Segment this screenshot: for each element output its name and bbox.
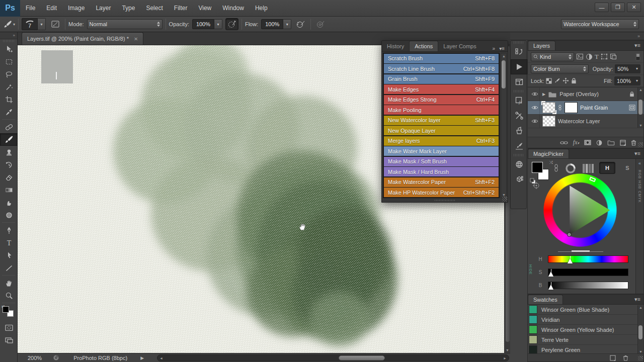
saturation-mode-button[interactable]: S <box>621 162 633 174</box>
minimize-button[interactable]: — <box>595 3 609 12</box>
close-button[interactable]: ✕ <box>627 3 641 12</box>
actions-panel-icon[interactable] <box>511 59 527 74</box>
canvas-horizontal-scrollbar[interactable]: ◄ ► <box>157 354 509 361</box>
tab-history[interactable]: History <box>382 41 409 51</box>
new-swatch-icon[interactable] <box>610 355 616 361</box>
screen-mode-button[interactable] <box>0 334 18 346</box>
wheel-mode-icon[interactable] <box>565 163 576 174</box>
quick-mask-button[interactable] <box>0 321 18 334</box>
action-button[interactable]: Make EdgesShft+F4 <box>384 84 499 94</box>
action-button[interactable]: Grain BrushShft+F9 <box>384 74 499 84</box>
brush-settings-panel-icon[interactable] <box>511 138 527 153</box>
tab-close-icon[interactable]: ✕ <box>134 36 138 42</box>
layer-row-paper[interactable]: ▶ Paper (Overlay) <box>528 87 643 101</box>
rail-mode-label[interactable]: RGB HSB CMYK <box>638 170 641 203</box>
swatch-row[interactable]: Terre Verte <box>528 335 637 345</box>
tab-magicpicker[interactable]: MagicPicker <box>528 149 569 158</box>
airbrush-button[interactable] <box>294 18 307 30</box>
zoom-level[interactable]: 200% <box>28 355 42 361</box>
pressure-size-button[interactable] <box>314 18 327 30</box>
menu-select[interactable]: Select <box>140 0 168 17</box>
color-wheel[interactable] <box>543 173 617 247</box>
toolbar-gripper[interactable] <box>3 40 14 42</box>
lasso-tool[interactable] <box>0 68 18 80</box>
marquee-tool[interactable] <box>0 55 18 68</box>
swap-colors-icon[interactable]: ⤨ <box>549 160 553 165</box>
wheel-size-slider[interactable] <box>558 250 603 252</box>
eraser-tool[interactable] <box>0 171 18 184</box>
visibility-toggle[interactable] <box>530 101 540 114</box>
opacity-dropdown[interactable]: ▾ <box>214 19 222 29</box>
action-button[interactable]: New Watercolor layerShft+F3 <box>384 116 499 125</box>
scroll-up-icon[interactable]: ▲ <box>639 306 642 309</box>
scroll-right-icon[interactable]: ► <box>503 356 507 360</box>
filter-type-icon[interactable]: T <box>595 53 599 61</box>
brightness-slider-marker[interactable] <box>548 285 553 290</box>
lock-transparency-icon[interactable] <box>546 78 552 84</box>
layer-mask-thumbnail[interactable] <box>565 102 578 113</box>
scroll-up-icon[interactable]: ▲ <box>502 54 506 58</box>
crop-tool[interactable] <box>0 93 18 106</box>
layer-opacity-select[interactable]: 50% ▾ <box>615 64 640 73</box>
panel-resize-grip[interactable] <box>502 197 507 202</box>
visibility-toggle[interactable] <box>530 115 540 128</box>
path-selection-tool[interactable] <box>0 249 18 261</box>
brush-preset-dropdown[interactable]: ▾ <box>38 18 46 30</box>
menu-view[interactable]: View <box>193 0 217 17</box>
fill-select[interactable]: 100% ▾ <box>614 76 640 85</box>
filter-kind-select[interactable]: Kind <box>531 52 574 61</box>
filter-image-icon[interactable] <box>576 53 584 60</box>
panel-menu-icon[interactable]: ▾≡ <box>631 41 643 50</box>
tab-actions[interactable]: Actions <box>409 41 438 51</box>
scroll-down-icon[interactable]: ▼ <box>639 350 642 353</box>
filter-shape-icon[interactable] <box>601 53 608 60</box>
flow-dropdown[interactable]: ▾ <box>283 19 291 29</box>
hue-mode-button[interactable]: H <box>599 162 615 174</box>
saturation-slider-marker[interactable] <box>548 272 553 277</box>
tool-preset-picker[interactable]: ▾ <box>3 20 15 29</box>
panel-resize-grip[interactable] <box>638 142 643 147</box>
filter-toggle-switch[interactable] <box>635 53 640 61</box>
opacity-select[interactable]: 100% ▾ <box>192 19 222 29</box>
toggle-brush-panel-button[interactable] <box>49 18 62 30</box>
hand-tool[interactable] <box>0 277 18 289</box>
action-button[interactable]: Make HP Watercolor PaperCtrl+Shft+F2 <box>384 188 499 197</box>
smudge-tool[interactable] <box>0 196 18 209</box>
scroll-down-icon[interactable]: ▼ <box>506 348 509 352</box>
menu-file[interactable]: File <box>20 0 41 17</box>
maximize-button[interactable]: ❐ <box>611 3 625 12</box>
lock-pixels-icon[interactable] <box>554 77 560 84</box>
magic-wand-tool[interactable] <box>0 80 18 93</box>
document-tab[interactable]: Layers.tif @ 200% (Paint Grain, RGB/8) *… <box>22 32 143 45</box>
swatch-row[interactable]: Winsor Green (Yellow Shade) <box>528 325 637 335</box>
lock-all-icon[interactable] <box>571 77 577 84</box>
brush-presets-panel-icon[interactable] <box>511 123 527 138</box>
brush-tool[interactable] <box>0 133 18 146</box>
eyedropper-target-icon[interactable] <box>533 182 540 189</box>
menu-filter[interactable]: Filter <box>169 0 193 17</box>
add-mask-icon[interactable] <box>584 140 591 145</box>
threed-panel-icon[interactable] <box>511 172 527 187</box>
swatch-row[interactable]: Winsor Green (Blue Shade) <box>528 305 637 315</box>
navigator-panel-icon[interactable] <box>511 157 527 172</box>
swatches-scrollbar[interactable]: ▲ ▼ <box>637 305 643 354</box>
delete-swatch-icon[interactable] <box>623 355 628 361</box>
hue-slider-marker[interactable] <box>568 258 573 263</box>
layers-scroll-thumb[interactable] <box>638 100 642 115</box>
dock-collapse-icon[interactable]: » <box>637 34 640 39</box>
action-button[interactable]: Make Pooling <box>384 105 499 115</box>
foreground-color-chip[interactable] <box>532 162 543 173</box>
action-button[interactable]: Merge layersCtrl+F3 <box>384 136 499 146</box>
workspace-select[interactable]: Watercolor Workspace <box>561 19 639 29</box>
lock-position-icon[interactable] <box>562 77 569 84</box>
actions-scroll-thumb[interactable] <box>502 60 506 88</box>
new-group-icon[interactable] <box>607 140 615 145</box>
hide-label[interactable]: HIDE <box>529 264 532 275</box>
menu-layer[interactable]: Layer <box>90 0 116 17</box>
panel-menu-icon[interactable]: ▾≡ <box>499 46 505 51</box>
layer-row-watercolor[interactable]: Watercolor Layer <box>528 115 643 128</box>
brush-preset-selector[interactable]: 7 ▾ <box>22 18 46 30</box>
tab-layer-comps[interactable]: Layer Comps <box>438 41 481 51</box>
action-button[interactable]: Make Mask / Hard Brush <box>384 167 499 176</box>
menu-type[interactable]: Type <box>116 0 140 17</box>
